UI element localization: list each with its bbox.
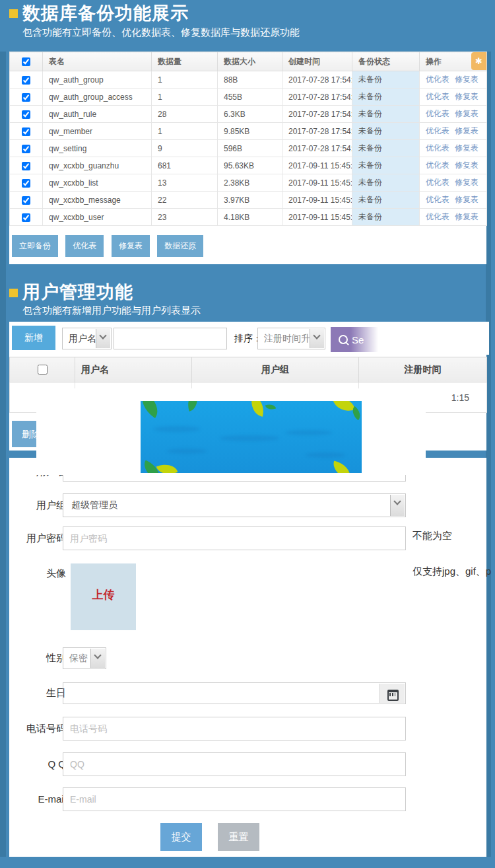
gender-select[interactable]: 保密 [63,647,106,669]
add-user-button[interactable]: 新增 [12,326,55,350]
sort-select[interactable]: 注册时间升 [257,328,325,349]
ops-cell: 优化表修复表 [420,157,487,174]
search-icon [339,335,348,344]
select-all-checkbox[interactable] [22,57,30,66]
created-cell: 2017-07-28 17:54:03 [282,123,352,140]
ops-cell: 优化表修复表 [420,71,487,89]
optimize-table-link[interactable]: 优化表 [426,92,449,101]
row-checkbox[interactable] [22,145,30,153]
chevron-down-icon[interactable] [96,329,110,348]
repair-all-button[interactable]: 修复表 [112,235,150,257]
backup-status-cell: 未备份 [352,89,420,106]
calendar-icon [387,690,399,701]
created-cell: 2017-07-28 17:54:02 [282,71,352,89]
group-select[interactable]: 超级管理员 [63,493,406,517]
chevron-down-icon[interactable] [90,649,105,668]
user-select-all-checkbox[interactable] [38,365,48,375]
col-header-username: 用户名 [75,357,192,382]
backup-status-cell: 未备份 [352,106,420,123]
row-checkbox[interactable] [22,110,30,119]
created-cell: 2017-07-28 17:54:02 [282,106,352,123]
backup-table-body: qw_auth_group188B2017-07-28 17:54:02未备份优… [10,71,487,226]
count-cell: 28 [152,106,218,123]
size-cell: 596B [218,140,282,157]
section1-bullet-icon [9,9,18,18]
avatar-upload-button[interactable]: 上传 [71,563,136,630]
backup-actions: 立即备份 优化表 修复表 数据还原 [12,235,208,257]
optimize-table-link[interactable]: 优化表 [426,143,449,153]
table-row: qw_auth_group_access1455B2017-07-28 17:5… [10,89,487,106]
repair-table-link[interactable]: 修复表 [455,178,478,187]
repair-table-link[interactable]: 修复表 [455,212,478,221]
optimize-all-button[interactable]: 优化表 [65,235,104,257]
chevron-down-icon[interactable] [310,329,324,348]
optimize-table-link[interactable]: 优化表 [426,212,449,221]
banner-streak [220,435,279,441]
row-checkbox[interactable] [22,76,30,85]
optimize-table-link[interactable]: 优化表 [426,109,449,118]
birthday-field[interactable] [63,682,406,704]
backup-status-cell: 未备份 [352,123,420,140]
password-field[interactable] [63,526,406,550]
banner-image [141,401,362,473]
ops-cell: 优化表修复表 [420,123,487,140]
restore-data-button[interactable]: 数据还原 [157,235,203,257]
count-cell: 1 [152,89,218,106]
col-header-name: 表名 [43,52,152,71]
optimize-table-link[interactable]: 优化表 [426,178,449,187]
row-checkbox[interactable] [22,213,30,222]
row-checkbox[interactable] [22,93,30,102]
repair-table-link[interactable]: 修复表 [455,126,478,135]
section2-subtitle: 包含功能有新增用户功能与用户列表显示 [22,305,201,317]
leaf-icon [265,402,277,412]
email-field[interactable] [63,787,406,811]
qq-field[interactable] [63,752,406,776]
repair-table-link[interactable]: 修复表 [455,161,478,170]
chevron-down-icon[interactable] [390,495,405,516]
table-name-cell: qw_xcxbb_guanzhu [43,157,152,174]
backup-now-button[interactable]: 立即备份 [12,235,58,257]
user-form-panel: 用户名 用户组 超级管理员 用户密码 不能为空 头像 上传 仅支持jpg、gif… [9,458,486,857]
reset-button[interactable]: 重置 [218,823,259,851]
ops-cell: 优化表修复表 [420,174,487,192]
col-header-created: 创建时间 [282,52,352,71]
white-overlay [36,388,426,475]
created-cell: 2017-07-28 17:54:02 [282,89,352,106]
section1-title: 数据库备份功能展示 [22,1,189,25]
count-cell: 681 [152,157,218,174]
repair-table-link[interactable]: 修复表 [455,195,478,204]
calendar-button[interactable] [380,684,405,703]
backup-status-cell: 未备份 [352,192,420,209]
filter-field-select[interactable]: 用户名 [62,328,112,349]
gear-icon[interactable]: ✱ [471,52,486,70]
created-cell: 2017-09-11 15:45:32 [282,209,352,226]
count-cell: 1 [152,71,218,89]
repair-table-link[interactable]: 修复表 [455,92,478,101]
banner-streak [154,426,200,432]
keyword-input[interactable] [114,328,227,349]
left-shadow-strip [0,52,6,857]
backup-status-cell: 未备份 [352,174,420,192]
backup-table-header-row: 表名 数据量 数据大小 创建时间 备份状态 操作 [10,52,487,71]
table-row: qw_xcxbb_list132.38KB2017-09-11 15:45:32… [10,174,487,192]
row-checkbox[interactable] [22,127,30,136]
leaf-icon [141,401,164,418]
optimize-table-link[interactable]: 优化表 [426,195,449,204]
row-checkbox[interactable] [22,196,30,205]
size-cell: 4.18KB [218,209,282,226]
size-cell: 2.38KB [218,174,282,192]
count-cell: 1 [152,123,218,140]
submit-button[interactable]: 提交 [160,823,202,851]
table-name-cell: qw_auth_group_access [43,89,152,106]
optimize-table-link[interactable]: 优化表 [426,161,449,170]
optimize-table-link[interactable]: 优化表 [426,126,449,135]
repair-table-link[interactable]: 修复表 [455,75,478,84]
size-cell: 455B [218,89,282,106]
phone-field[interactable] [63,717,406,741]
repair-table-link[interactable]: 修复表 [455,109,478,118]
repair-table-link[interactable]: 修复表 [455,143,478,153]
row-checkbox[interactable] [22,179,30,188]
optimize-table-link[interactable]: 优化表 [426,75,449,84]
row-checkbox[interactable] [22,162,30,170]
email-label: E-mail [9,793,66,805]
